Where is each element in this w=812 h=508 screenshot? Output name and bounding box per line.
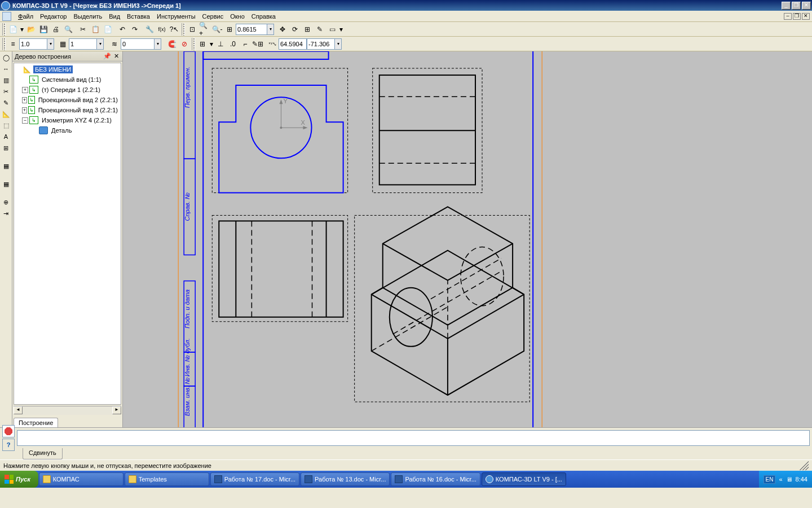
tree-pin-button[interactable]: 📌 (103, 52, 111, 60)
tree-toggle[interactable]: + (22, 107, 27, 113)
tray-expand[interactable]: « (779, 476, 782, 483)
line-style-dropdown[interactable]: ▾ (47, 38, 54, 50)
maximize-button[interactable]: ❐ (792, 2, 801, 10)
tree-toggle[interactable]: + (22, 97, 27, 103)
scroll-right[interactable]: ► (112, 406, 121, 414)
undo-button[interactable]: ↶ (116, 23, 129, 36)
redo-button[interactable]: ↷ (129, 23, 141, 36)
param-field[interactable] (17, 430, 810, 446)
tree-item-system[interactable]: Системный вид (1:1) (15, 75, 120, 85)
redraw-button[interactable]: ✎ (314, 23, 326, 36)
coord-dropdown[interactable]: ▾ (335, 38, 342, 50)
scroll-left[interactable]: ◄ (14, 406, 23, 414)
help-cursor-button[interactable]: ?↖ (168, 23, 180, 36)
edit-mode-button[interactable]: ✎⊞ (251, 38, 264, 50)
zoom-in-button[interactable]: 🔍+ (198, 23, 211, 36)
menu-select[interactable]: Выделить (70, 12, 105, 21)
rotate-button[interactable]: ⟳ (289, 23, 301, 36)
snap-off-button[interactable]: ⊘ (178, 38, 191, 50)
save-button[interactable]: 💾 (37, 23, 50, 36)
layer-dropdown[interactable]: ▾ (97, 38, 104, 50)
open-button[interactable]: 📂 (25, 23, 37, 36)
geometry-tool[interactable]: ◯ (1, 52, 11, 63)
symbols-tool[interactable]: ▥ (1, 75, 11, 85)
start-button[interactable]: Пуск (0, 471, 38, 488)
tree-body[interactable]: 📐 БЕЗ ИМЕНИ Системный вид (1:1) + (т) Сп… (14, 63, 121, 405)
tree-root[interactable]: 📐 БЕЗ ИМЕНИ (15, 64, 120, 75)
menu-window[interactable]: Окно (227, 12, 248, 21)
tree-toggle[interactable]: + (22, 87, 28, 93)
tree-item-proj3[interactable]: + Проекционный вид 3 (2.2:1) (15, 105, 120, 115)
grid-dropdown[interactable]: ▾ (209, 38, 214, 50)
task-word13[interactable]: Работа № 13.doc - Micr... (301, 472, 390, 486)
zoom-input[interactable] (236, 24, 267, 35)
menu-file[interactable]: Файл (15, 12, 37, 21)
coord-y-input[interactable] (307, 38, 335, 50)
close-button[interactable]: ✕ (802, 2, 811, 10)
mdi-close[interactable]: ✕ (802, 13, 810, 20)
language-indicator[interactable]: EN (764, 475, 776, 484)
tree-item-front[interactable]: + (т) Спереди 1 (2.2:1) (15, 85, 120, 95)
layer-input[interactable] (69, 38, 97, 50)
spec-tool[interactable]: A (1, 132, 11, 142)
canvas-area[interactable]: Перв. примен. Справ. № Подп. и дата Инв.… (123, 51, 812, 427)
aux-tool[interactable]: ▦ (1, 179, 11, 189)
line-style-input[interactable] (19, 38, 47, 50)
dimension-tool[interactable]: ↔ (1, 64, 11, 74)
color-dropdown[interactable]: ▾ (155, 38, 161, 50)
task-word17[interactable]: Работа № 17.doc - Micr... (210, 472, 299, 486)
task-kompas-folder[interactable]: КОМПАС (39, 472, 123, 486)
insert-tool[interactable]: ⊕ (1, 197, 11, 207)
layers-button[interactable]: ≋ (108, 38, 121, 50)
param-tab-move[interactable]: Сдвинуть (23, 448, 63, 459)
tree-close-button[interactable]: ✕ (112, 52, 120, 60)
menu-edit[interactable]: Редактор (37, 12, 70, 21)
new-button[interactable]: 📄 (7, 23, 19, 36)
grid-button[interactable]: ⊞ (196, 38, 209, 50)
resize-grip[interactable] (800, 461, 809, 470)
task-templates[interactable]: Templates (125, 472, 209, 486)
minimize-button[interactable]: _ (782, 2, 791, 10)
edit-tool[interactable]: ✂ (1, 86, 11, 97)
zoom-dropdown[interactable]: ▾ (267, 24, 274, 35)
tree-hscroll[interactable]: ◄ ► (14, 406, 121, 415)
tray-icon[interactable]: 🖥 (786, 476, 792, 483)
line-style-icon[interactable]: ≡ (7, 38, 19, 50)
task-word16[interactable]: Работа № 16.doc - Micr... (391, 472, 480, 486)
menu-service[interactable]: Сервис (199, 12, 227, 21)
select-tool[interactable]: ⬚ (1, 120, 11, 130)
paste-button[interactable]: 📄 (102, 23, 114, 36)
stop-button[interactable] (2, 425, 15, 437)
menu-view[interactable]: Вид (105, 12, 123, 21)
library-tool[interactable]: ⇥ (1, 208, 11, 218)
tree-root-label[interactable]: БЕЗ ИМЕНИ (33, 65, 73, 73)
clock[interactable]: 8:44 (796, 476, 807, 483)
zoom-window-button[interactable]: ⊞ (223, 23, 236, 36)
shade-button[interactable]: ▭ (326, 23, 338, 36)
copy-button[interactable]: 📋 (89, 23, 102, 36)
measure-tool[interactable]: 📐 (1, 109, 11, 119)
coord-x-input[interactable] (279, 38, 307, 50)
lcs-button[interactable]: ⌐ (239, 38, 251, 50)
color-input[interactable] (121, 38, 155, 50)
task-kompas-app[interactable]: КОМПАС-3D LT V9 - [... (482, 472, 566, 486)
param-help-button[interactable]: ? (2, 439, 15, 451)
properties-button[interactable]: 🔧 (143, 23, 156, 36)
variables-button[interactable]: f(x) (156, 23, 168, 36)
refresh-button[interactable]: ⊞ (301, 23, 314, 36)
menu-help[interactable]: Справка (248, 12, 279, 21)
menu-tools[interactable]: Инструменты (153, 12, 199, 21)
snap-button[interactable]: 🧲 (166, 38, 178, 50)
print-button[interactable]: 🖨 (50, 23, 62, 36)
zoom-fit-button[interactable]: ⊡ (186, 23, 198, 36)
cut-button[interactable]: ✂ (77, 23, 89, 36)
preview-button[interactable]: 🔍 (62, 23, 74, 36)
mdi-restore[interactable]: ❐ (793, 13, 801, 20)
tree-tab-build[interactable]: Построение (14, 418, 58, 427)
layer-icon[interactable]: ▦ (56, 38, 69, 50)
menu-insert[interactable]: Вставка (123, 12, 153, 21)
param-tool[interactable]: ✎ (1, 98, 11, 108)
round-button[interactable]: .0 (227, 38, 239, 50)
pan-button[interactable]: ✥ (276, 23, 289, 36)
tree-item-proj2[interactable]: + Проекционный вид 2 (2.2:1) (15, 95, 120, 105)
